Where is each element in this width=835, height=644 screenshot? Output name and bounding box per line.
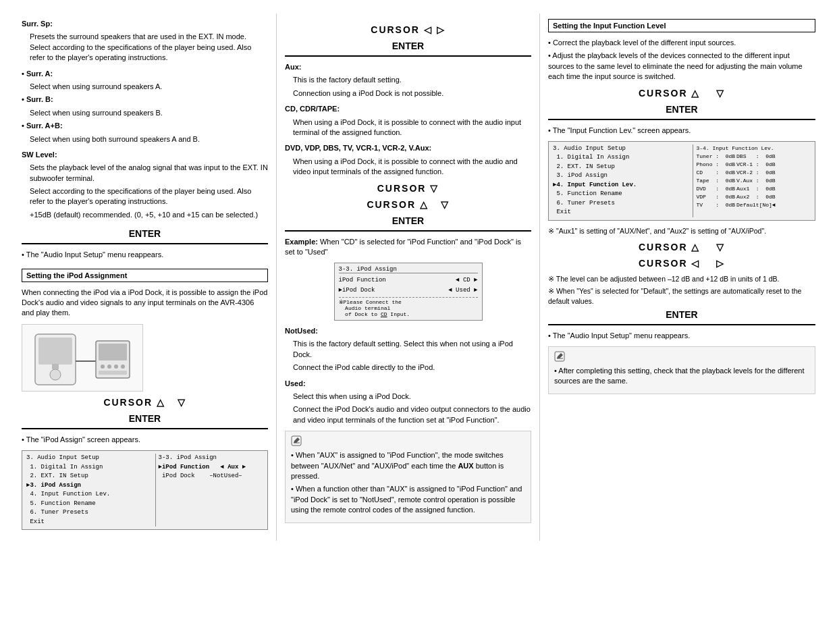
screen-row-exit: Exit (26, 518, 153, 527)
lev-tv: TV : 0dB (696, 201, 735, 209)
ipod-assign-screen-note: • The "iPod Assign" screen appears. (22, 435, 268, 445)
screen-col3-title: 3. Audio Input Setup (553, 144, 690, 154)
lev-dbs: DBS : 0dB (736, 153, 776, 161)
input-lev-rows: Tuner : 0dB Phono : 0dB CD : 0dB Tape : … (696, 153, 811, 209)
dvd-label: DVD, VDP, DBS, TV, VCR-1, VCR-2, V.Aux: (285, 144, 431, 152)
lev-tape: Tape : 0dB (696, 177, 735, 185)
enter-label-1: ENTER (22, 228, 268, 239)
sc3r5: 5. Function Rename (553, 190, 690, 199)
sc3r-exit: Exit (553, 208, 690, 217)
note-block-col2: • When "AUX" is assigned to "iPod Functi… (285, 431, 531, 522)
sc3r4: ►4. Input Function Lev. (553, 181, 690, 190)
cursor-mid-col2: CURSOR ▽ (285, 183, 531, 194)
ipod-func-row: ►iPod Function ◄ Aux ► (159, 463, 263, 473)
surr-sp-label: Surr. Sp: (22, 20, 53, 28)
sc3r6: 6. Tuner Presets (553, 199, 690, 209)
column-2: CURSOR ◁ ▷ ENTER Aux: This is the factor… (277, 14, 540, 541)
sw-level-label: SW Level: (22, 151, 57, 159)
cd-label: CD, CDR/TAPE: (285, 105, 340, 113)
enter-label-col2: ENTER (285, 41, 531, 51)
ipod-screen-title: 3-3. iPod Assign (339, 266, 478, 273)
lev-vaux: V.Aux : 0dB (736, 177, 776, 185)
enter-label-col3-bottom: ENTER (548, 309, 815, 320)
example-text: Example: When "CD" is selected for "iPod… (285, 237, 531, 258)
screen-left-col1: 3. Audio Input Setup 1. Digital In Assig… (26, 454, 156, 527)
pencil-icon (291, 435, 525, 448)
screen-left-col3: 3. Audio Input Setup 1. Digital In Assig… (553, 144, 693, 217)
screen-row-4: 4. Input Function Lev. (26, 490, 153, 500)
surr-b-label: • Surr. B: (22, 95, 53, 103)
enter-bottom-col3: ENTER (548, 309, 815, 325)
cursor-block-col1: CURSOR △ ▽ (22, 397, 268, 408)
sw-level-text3: +15dB (default) recommended. (0, +5, +10… (30, 210, 268, 220)
ipod-dock-value: ◄ Used ► (448, 286, 477, 295)
aux-text1: This is the factory default setting. (293, 75, 531, 85)
ipod-assign-screen: 3. Audio Input Setup 1. Digital In Assig… (22, 450, 268, 530)
asterisk-db: ※ The level can be adjusted between –12 … (548, 274, 815, 284)
notused-text1: This is the factory default setting. Sel… (293, 339, 531, 360)
ipod-connect-note: ※Please Connect the Audio terminal of Do… (339, 297, 478, 317)
sc3r1: 1. Digital In Assign (553, 153, 690, 163)
lev-vdp: VDP : 0dB (696, 193, 735, 201)
svg-rect-1 (38, 338, 72, 365)
page-layout: Surr. Sp: Presets the surround speakers … (14, 14, 821, 541)
input-func-screen: 3. Audio Input Setup 1. Digital In Assig… (548, 141, 815, 221)
screen-row-5: 5. Function Rename (26, 500, 153, 509)
screen-row-1: 1. Digital In Assign (26, 463, 153, 473)
note-item-1: • When "AUX" is assigned to "iPod Functi… (291, 450, 525, 481)
screen-right-title-col1: 3-3. iPod Assign (159, 454, 263, 463)
svg-point-7 (101, 365, 105, 369)
svg-rect-6 (99, 344, 127, 360)
ipod-dock-row: iPod Dock –NotUsed– (159, 472, 263, 481)
final-note: • After completing this setting, check t… (554, 366, 809, 387)
sc3r3: 3. iPod Assign (553, 171, 690, 181)
cursor-mid-col3: CURSOR △ ▽ (548, 242, 815, 252)
sc3-right-title: 3-4. Input Function Lev. (696, 144, 811, 153)
pencil-icon-col3 (554, 351, 809, 363)
surr-a-text: Select when using surround speakers A. (30, 82, 268, 92)
note-item-2: • When a function other than "AUX" is as… (291, 484, 525, 515)
ipod-dock-image (22, 324, 143, 392)
lev-dvd: DVD : 0dB (696, 185, 735, 193)
enter-block-1: ENTER (22, 228, 268, 244)
sc3r2: 2. EXT. IN Setup (553, 163, 690, 172)
used-text1: Select this when using a iPod Dock. (293, 392, 531, 402)
svg-point-8 (107, 365, 111, 369)
lev-cd: CD : 0dB (696, 169, 735, 177)
ipod-func-label: iPod Function (339, 275, 386, 285)
sw-level-text: Sets the playback level of the analog si… (30, 163, 268, 184)
cursor-top-col2: CURSOR ◁ ▷ (285, 24, 531, 35)
screen-row-2: 2. EXT. IN Setup (26, 472, 153, 481)
screen-row-6: 6. Tuner Presets (26, 508, 153, 518)
svg-point-9 (114, 365, 118, 369)
screen-row-3: ►3. iPod Assign (26, 481, 153, 491)
lev-vcr1: VCR-1 : 0dB (736, 161, 776, 169)
lev-vcr2: VCR-2 : 0dB (736, 169, 776, 177)
screen-title-col1: 3. Audio Input Setup (26, 454, 153, 463)
bullet-1-col3: Correct the playback level of the differ… (548, 38, 815, 48)
enter-block-col1: ENTER (22, 413, 268, 429)
screen-right-col1: 3-3. iPod Assign ►iPod Function ◄ Aux ► … (159, 454, 263, 527)
enter-mid-col2: ENTER (285, 215, 531, 232)
cursor-mid2-col3: CURSOR ◁ ▷ (548, 258, 815, 269)
ipod-example-screen: 3-3. iPod Assign iPod Function ◄ CD ► ►i… (334, 263, 483, 321)
lev-aux1: Aux1 : 0dB (736, 185, 776, 193)
bullet-2-col3: Adjust the playback levels of the device… (548, 51, 815, 82)
svg-rect-3 (52, 364, 59, 369)
enter-top-col2: ENTER (285, 41, 531, 57)
dvd-text: When using a iPod Dock, it is possible t… (293, 157, 531, 178)
svg-point-10 (121, 365, 125, 369)
ipod-dock-label: ►iPod Dock (339, 286, 375, 295)
enter-label-col3-top: ENTER (548, 104, 815, 115)
enter-label-mid-col2: ENTER (285, 215, 531, 226)
enter-note-1: • The "Audio Input Setup" menu reappears… (22, 250, 268, 260)
ipod-assignment-title: Setting the iPod Assignment (22, 269, 268, 282)
input-function-title: Setting the Input Function Level (548, 19, 815, 32)
lev-tuner: Tuner : 0dB (696, 153, 735, 161)
enter-top-col3: ENTER (548, 104, 815, 120)
lev-phono: Phono : 0dB (696, 161, 735, 169)
aux-label: Aux: (285, 63, 301, 71)
ipod-func-value: ◄ CD ► (456, 275, 477, 285)
surr-ab-text: Select when using both surround speakers… (30, 134, 268, 144)
ipod-assignment-desc: When connecting the iPod via a iPod Dock… (22, 288, 268, 319)
